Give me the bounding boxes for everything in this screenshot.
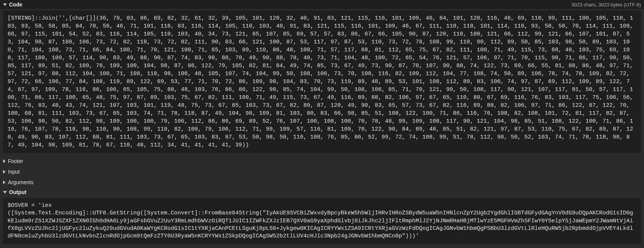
chevron-down-icon — [3, 191, 7, 194]
chevron-right-icon — [3, 159, 6, 163]
chevron-right-icon — [3, 180, 6, 184]
code-content[interactable]: [STRING]::Join('',[char[]](36, 79, 83, 8… — [3, 11, 641, 153]
chevron-right-icon — [3, 170, 6, 174]
chevron-down-icon — [3, 3, 7, 6]
code-section-title: Code — [9, 2, 571, 8]
output-section-header[interactable]: Output — [0, 188, 644, 197]
output-section-title: Output — [9, 189, 641, 195]
arguments-section-header[interactable]: Arguments — [0, 177, 644, 188]
footer-section-header[interactable]: Footer — [0, 156, 644, 166]
code-section-meta: 3023 chars, 3023 bytes (UTF-8) — [571, 2, 641, 8]
code-section-header[interactable]: Code 3023 chars, 3023 bytes (UTF-8) — [0, 0, 644, 9]
output-content[interactable]: $OSVER = 'iex ([System.Text.Encoding]::U… — [3, 198, 641, 244]
input-section-title: Input — [8, 169, 20, 175]
arguments-section-title: Arguments — [8, 179, 34, 185]
footer-section-title: Footer — [8, 158, 23, 164]
input-section-header[interactable]: Input — [0, 166, 644, 177]
